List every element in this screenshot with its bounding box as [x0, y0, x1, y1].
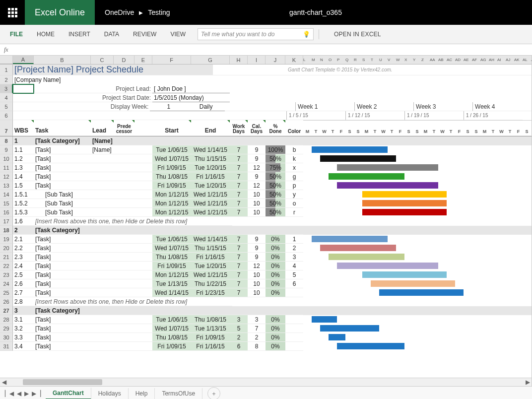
col-header-AE[interactable]: AE — [464, 58, 472, 62]
sheet-tab-ganttchart[interactable]: GanttChart — [46, 388, 91, 399]
work-days-cell[interactable] — [230, 306, 248, 315]
cell-blank[interactable] — [34, 84, 91, 93]
pred-cell[interactable] — [114, 163, 134, 172]
wbs-cell[interactable]: 1.5.2 — [13, 199, 34, 208]
row-header-4[interactable]: 4 — [0, 93, 13, 102]
wbs-cell[interactable]: 2.2 — [13, 244, 34, 253]
color-cell[interactable]: 1 — [285, 235, 303, 244]
task-name-cell[interactable]: [Task Category] — [34, 306, 91, 315]
cell-blank[interactable] — [134, 199, 152, 208]
start-cell[interactable]: Wed 1/07/15 — [152, 154, 191, 163]
start-cell[interactable]: Fri 1/09/15 — [152, 181, 191, 190]
gantt-bar[interactable] — [362, 209, 447, 215]
tab-nav-next-icon[interactable]: ▶ — [24, 390, 29, 397]
color-cell[interactable]: 4 — [285, 262, 303, 270]
end-cell[interactable]: Wed 1/21/15 — [191, 270, 230, 279]
pct-done-cell[interactable] — [266, 306, 285, 315]
row-header-24[interactable]: 24 — [0, 279, 13, 288]
wbs-cell[interactable]: 2.8 — [13, 297, 34, 306]
lead-cell[interactable] — [91, 270, 114, 279]
wbs-cell[interactable]: 2.6 — [13, 279, 34, 288]
start-cell[interactable]: Mon 1/12/15 — [152, 190, 191, 199]
header-end[interactable]: End — [191, 120, 230, 136]
pct-done-cell[interactable]: 50% — [266, 199, 285, 208]
gantt-bar[interactable] — [362, 191, 447, 198]
cell-blank[interactable] — [134, 253, 152, 262]
row-header-5[interactable]: 5 — [0, 102, 13, 111]
work-days-cell[interactable]: 7 — [230, 279, 248, 288]
cell-blank[interactable] — [34, 102, 91, 111]
header-pct-done[interactable]: %Done — [266, 120, 285, 136]
col-header-U[interactable]: U — [379, 58, 388, 62]
start-cell[interactable]: Tue 1/13/15 — [152, 279, 191, 288]
wbs-cell[interactable]: 2.5 — [13, 270, 34, 279]
wbs-cell[interactable]: 3.1 — [13, 315, 34, 324]
gantt-bar[interactable] — [320, 155, 396, 162]
task-name-cell[interactable]: [Task] — [34, 253, 91, 262]
col-header-W[interactable]: W — [396, 58, 404, 62]
week-label[interactable]: Week 3 — [413, 102, 472, 111]
color-cell[interactable]: y — [285, 190, 303, 199]
end-cell[interactable]: Thu 1/15/15 — [191, 154, 230, 163]
cal-days-cell[interactable] — [248, 226, 266, 235]
wbs-cell[interactable]: 2.7 — [13, 288, 34, 297]
wbs-cell[interactable]: 1.1 — [13, 145, 34, 154]
col-header-O[interactable]: O — [329, 58, 337, 62]
color-cell[interactable]: b — [285, 145, 303, 154]
lead-cell[interactable] — [91, 163, 114, 172]
pct-done-cell[interactable]: 50% — [266, 190, 285, 199]
row-header-16[interactable]: 16 — [0, 208, 13, 217]
week-label[interactable]: Week 1 — [295, 102, 354, 111]
cal-days-cell[interactable]: 9 — [248, 235, 266, 244]
header-predecessor[interactable]: Predecessor — [114, 120, 134, 136]
task-name-cell[interactable]: [Task Category] — [34, 226, 91, 235]
col-header-K[interactable]: K — [285, 56, 303, 64]
work-days-cell[interactable]: 7 — [230, 154, 248, 163]
start-cell[interactable]: Wed 1/14/15 — [152, 288, 191, 297]
scroll-left-icon[interactable]: ◀ — [0, 379, 8, 386]
pct-done-cell[interactable]: 0% — [266, 324, 285, 333]
cal-days-cell[interactable]: 10 — [248, 279, 266, 288]
color-cell[interactable]: r — [285, 208, 303, 217]
end-cell[interactable]: Fri 1/23/15 — [191, 288, 230, 297]
select-all-corner[interactable] — [0, 56, 13, 64]
color-cell[interactable] — [285, 136, 303, 145]
pred-cell[interactable] — [114, 279, 134, 288]
start-cell[interactable]: Mon 1/12/15 — [152, 199, 191, 208]
work-days-cell[interactable]: 7 — [230, 199, 248, 208]
task-name-cell[interactable]: [Task] — [34, 262, 91, 270]
work-days-cell[interactable]: 5 — [230, 324, 248, 333]
col-header-AG[interactable]: AG — [480, 58, 489, 62]
cell-blank[interactable] — [134, 288, 152, 297]
start-cell[interactable]: Tue 1/06/15 — [152, 235, 191, 244]
pred-cell[interactable] — [114, 253, 134, 262]
task-name-cell[interactable]: [Sub Task] — [34, 199, 91, 208]
pred-cell[interactable] — [114, 136, 134, 145]
cell-blank[interactable] — [134, 226, 152, 235]
gantt-bar[interactable] — [320, 325, 379, 332]
col-header-F[interactable]: F — [152, 56, 191, 64]
col-header-D[interactable]: D — [114, 56, 134, 64]
work-days-cell[interactable]: 7 — [230, 163, 248, 172]
cell-blank[interactable] — [134, 145, 152, 154]
cal-days-cell[interactable]: 10 — [248, 208, 266, 217]
end-cell[interactable]: Tue 1/20/15 — [191, 262, 230, 270]
lead-cell[interactable] — [91, 208, 114, 217]
pred-cell[interactable] — [114, 333, 134, 342]
cell-blank[interactable] — [134, 163, 152, 172]
spreadsheet-grid[interactable]: A B C D E F G H I J K LMNOPQRSTUVWXYZAAA… — [0, 56, 532, 386]
cell-blank[interactable] — [134, 172, 152, 181]
work-days-cell[interactable]: 3 — [230, 315, 248, 324]
row-header-23[interactable]: 23 — [0, 270, 13, 279]
col-header-T[interactable]: T — [371, 58, 379, 62]
cell-blank[interactable] — [34, 93, 91, 102]
work-days-cell[interactable]: 7 — [230, 270, 248, 279]
tell-me-search[interactable]: Tell me what you want to do 💡 — [198, 28, 314, 40]
row-header-2[interactable]: 2 — [0, 75, 13, 84]
sheet-tab-holidays[interactable]: Holidays — [91, 388, 129, 399]
pct-done-cell[interactable]: 100% — [266, 145, 285, 154]
pred-cell[interactable] — [114, 199, 134, 208]
col-header-AH[interactable]: AH — [489, 58, 497, 62]
work-days-cell[interactable]: 2 — [230, 333, 248, 342]
task-name-cell[interactable]: [Task] — [34, 145, 91, 154]
